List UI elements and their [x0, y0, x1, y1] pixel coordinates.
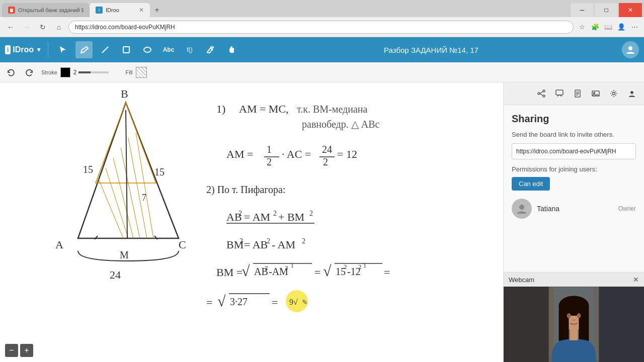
sharing-title: Sharing: [512, 113, 636, 125]
reader-icon[interactable]: 📖: [603, 22, 614, 33]
text-tool[interactable]: Abc: [160, 41, 177, 58]
svg-text:9√: 9√: [289, 298, 298, 306]
window-close[interactable]: ✕: [619, 3, 642, 17]
svg-point-98: [567, 313, 571, 318]
svg-rect-96: [559, 306, 569, 341]
undo-button[interactable]: [5, 66, 17, 78]
back-button[interactable]: ←: [4, 21, 17, 34]
can-edit-button[interactable]: Can edit: [512, 177, 550, 191]
window-maximize[interactable]: □: [595, 3, 618, 17]
bookmark-icon[interactable]: ☆: [577, 22, 588, 33]
svg-line-9: [121, 148, 140, 238]
svg-point-2: [144, 47, 151, 52]
formula-tool-label: f(): [187, 46, 192, 53]
sidebar: Sharing Send the board link to invite ot…: [503, 82, 644, 362]
svg-point-99: [577, 313, 581, 318]
fill-pattern-swatch[interactable]: [136, 67, 147, 78]
svg-text:√: √: [217, 293, 226, 309]
svg-line-0: [102, 47, 108, 53]
eraser-tool[interactable]: [202, 41, 219, 58]
formula-tool[interactable]: f(): [181, 41, 198, 58]
svg-point-3: [628, 46, 632, 50]
webcam-label: Webcam: [509, 276, 534, 284]
svg-text:√: √: [242, 262, 250, 279]
svg-text:√: √: [323, 262, 332, 279]
svg-text:+ BM: + BM: [278, 211, 304, 223]
svg-text:2: 2: [309, 210, 313, 217]
svg-text:= AM: = AM: [244, 211, 270, 223]
tab-favicon-2: i: [96, 7, 103, 14]
svg-line-11: [136, 133, 153, 238]
pages-icon[interactable]: [571, 86, 585, 101]
svg-text:=: =: [206, 296, 212, 309]
tab-bar: 📋 Открытый банк заданий ЕГЭ i IDroo ✕ + …: [0, 0, 644, 17]
svg-text:7: 7: [142, 193, 146, 203]
rectangle-tool[interactable]: [118, 41, 135, 58]
svg-text:2: 2: [238, 210, 242, 217]
user-avatar[interactable]: [622, 41, 639, 58]
address-text: https://idroo.com/board-eovPuKMjRH: [75, 24, 175, 31]
menu-icon[interactable]: ⋯: [629, 22, 640, 33]
ellipse-tool[interactable]: [139, 41, 156, 58]
stroke-color-swatch[interactable]: [60, 67, 70, 77]
svg-text:=: =: [384, 266, 390, 279]
toolbar-sep-1: [48, 42, 48, 57]
extensions-icon[interactable]: 🧩: [590, 22, 601, 33]
image-icon[interactable]: [589, 86, 603, 101]
svg-rect-80: [556, 90, 563, 95]
app-toolbar: i IDroo ▼ Abc f() Разбор ЗАДАНИЙ №14, 17: [0, 37, 644, 62]
user-profile-icon[interactable]: [625, 86, 639, 101]
brand-dropdown-icon[interactable]: ▼: [36, 46, 42, 53]
text-tool-label: Abc: [163, 46, 175, 53]
user-role: Owner: [618, 205, 636, 212]
redo-button[interactable]: [23, 66, 35, 78]
forward-button[interactable]: →: [20, 21, 33, 34]
svg-text:2: 2: [358, 263, 362, 270]
svg-text:2: 2: [239, 237, 243, 245]
svg-text:A: A: [55, 238, 63, 251]
new-tab-button[interactable]: +: [150, 3, 164, 17]
address-bar[interactable]: https://idroo.com/board-eovPuKMjRH: [68, 21, 574, 34]
share-link-input[interactable]: [512, 143, 636, 159]
stroke-width-value: 2: [73, 69, 77, 76]
svg-text:1): 1): [216, 103, 225, 115]
settings-icon[interactable]: [607, 86, 621, 101]
select-tool[interactable]: [54, 41, 71, 58]
line-tool[interactable]: [97, 41, 114, 58]
profile-icon[interactable]: 👤: [616, 22, 627, 33]
zoom-controls: − +: [5, 344, 33, 357]
svg-text:B: B: [121, 87, 128, 100]
svg-text:· AC =: · AC =: [282, 148, 311, 160]
svg-point-89: [519, 205, 524, 210]
pen-tool[interactable]: [75, 41, 93, 58]
home-button[interactable]: ⌂: [52, 21, 65, 34]
nav-icons: ☆ 🧩 📖 👤 ⋯: [577, 22, 640, 33]
window-minimize[interactable]: ─: [571, 3, 594, 17]
svg-text:1: 1: [291, 262, 294, 269]
svg-text:2: 2: [267, 156, 272, 167]
svg-rect-1: [123, 47, 129, 53]
brand-logo[interactable]: i IDroo ▼: [5, 45, 42, 54]
stroke-width-slider[interactable]: [78, 71, 109, 73]
zoom-minus-button[interactable]: −: [5, 344, 18, 357]
share-icon[interactable]: [534, 86, 548, 101]
hand-tool[interactable]: [223, 41, 240, 58]
svg-text:- AM: - AM: [272, 238, 295, 251]
canvas[interactable]: B A C M 15 15 7 24 1) AM = MC, т.к. BM-м…: [0, 82, 503, 362]
svg-text:=: =: [272, 296, 278, 309]
svg-text:BM =: BM =: [216, 266, 243, 279]
zoom-plus-button[interactable]: +: [20, 344, 33, 357]
chat-icon[interactable]: [552, 86, 567, 101]
refresh-button[interactable]: ↻: [36, 21, 49, 34]
tab-idroo[interactable]: i IDroo ✕: [90, 3, 150, 17]
tab-close-button[interactable]: ✕: [139, 7, 144, 14]
sidebar-toolbar: [504, 82, 644, 105]
webcam-header: Webcam ✕: [504, 273, 644, 287]
svg-text:2: 2: [344, 263, 347, 270]
webcam-close-button[interactable]: ✕: [633, 276, 639, 284]
svg-point-77: [538, 93, 540, 95]
tab-open-bank[interactable]: 📋 Открытый банк заданий ЕГЭ: [2, 3, 90, 17]
toolbar-sep-2: [117, 65, 117, 80]
svg-text:2: 2: [265, 264, 268, 272]
svg-text:24: 24: [110, 268, 121, 281]
